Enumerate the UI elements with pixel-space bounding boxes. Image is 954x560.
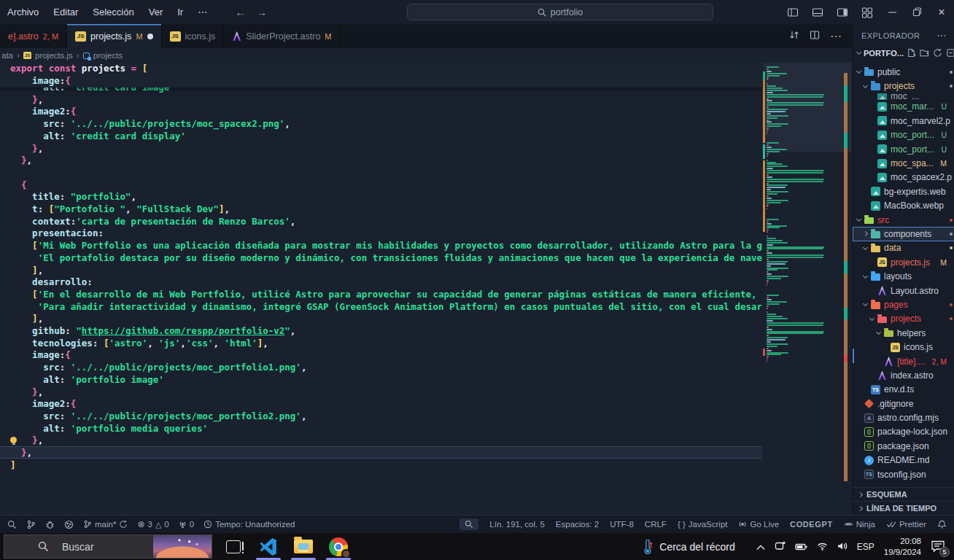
taskbar-chrome[interactable] — [321, 533, 356, 560]
code-line-8[interactable] — [10, 167, 762, 179]
close-button[interactable]: × — [929, 0, 954, 24]
code-line-7[interactable]: }, — [10, 155, 762, 167]
minimize-button[interactable] — [880, 0, 904, 24]
status-source-control-icon[interactable] — [26, 520, 36, 529]
code-line-15[interactable]: 'El portafolio destaca por su diseño mod… — [10, 252, 762, 265]
code-line-16[interactable]: ], — [10, 265, 762, 277]
tab-SliderProject.astro[interactable]: SliderProject.astroM — [224, 24, 340, 48]
screen-clip-icon[interactable] — [775, 540, 786, 553]
code-line-23[interactable]: image:{ — [10, 349, 762, 362]
breadcrumb-item[interactable]: projects — [93, 51, 123, 60]
tab-projects.js[interactable]: JSprojects.jsM — [67, 24, 161, 48]
tab-e.astro[interactable]: e].astro2, M — [0, 24, 67, 48]
customize-layout-icon[interactable] — [855, 0, 880, 24]
explorer-item-public[interactable]: public — [853, 65, 954, 79]
tab-icons.js[interactable]: JSicons.js — [162, 24, 225, 48]
unsaved-dot[interactable] — [147, 34, 153, 39]
status-extensions-icon[interactable] — [64, 520, 74, 529]
encoding[interactable]: UTF-8 — [610, 520, 634, 529]
taskbar-file-explorer[interactable] — [286, 533, 321, 560]
explorer-item-package.json[interactable]: {}package.json — [853, 439, 954, 453]
volume-icon[interactable] — [837, 540, 848, 553]
explorer-item-components[interactable]: components — [853, 227, 954, 241]
menu-archivo[interactable]: Archivo — [0, 0, 46, 24]
explorer-item-src[interactable]: src — [853, 213, 954, 227]
sticky-line-1[interactable]: export const projects = [ — [10, 63, 762, 75]
weather-widget[interactable]: Cerca del récord — [643, 540, 735, 554]
section-esquema[interactable]: ESQUEMA — [853, 487, 954, 501]
code-editor[interactable]: alt: 'credit card image' }, image2:{ src… — [0, 63, 852, 515]
collapse-folders-icon[interactable] — [946, 48, 954, 58]
explorer-item-icons.js[interactable]: JSicons.js — [853, 340, 954, 354]
explorer-item-moc_port...[interactable]: moc_port...U — [853, 142, 954, 156]
status-search-button[interactable] — [459, 518, 478, 530]
clock-widget[interactable]: 20:08 19/9/2024 — [884, 536, 921, 558]
code-line-13[interactable]: presentacion: — [10, 228, 762, 240]
explorer-item-moc_marvel2.p[interactable]: moc_marvel2.p — [853, 114, 954, 128]
task-view-button[interactable] — [216, 533, 251, 560]
code-line-22[interactable]: tecnologies: ['astro', 'js','css', 'html… — [10, 338, 762, 350]
ports-indicator[interactable]: 0 — [179, 520, 194, 529]
code-line-5[interactable]: alt: 'credit card display' — [10, 131, 762, 143]
status-debug-icon[interactable] — [45, 520, 55, 529]
code-line-26[interactable]: }, — [10, 386, 762, 399]
explorer-item-astro.config.mjs[interactable]: Aastro.config.mjs — [853, 411, 954, 424]
lightbulb-icon[interactable] — [9, 437, 18, 445]
code-line-6[interactable]: }, — [10, 143, 762, 155]
code-line-12[interactable]: context:'carta de presentación de Renzo … — [10, 216, 762, 228]
section-l-nea-de-tiempo[interactable]: LÍNEA DE TIEMPO — [853, 501, 954, 515]
explorer-item-data[interactable]: data — [853, 241, 954, 255]
explorer-item-README.md[interactable]: iREADME.md — [853, 454, 954, 467]
taskbar-vscode[interactable] — [251, 533, 286, 560]
eol-sequence[interactable]: CRLF — [645, 520, 667, 529]
code-line-3[interactable]: image2:{ — [10, 106, 762, 118]
explorer-item-projects[interactable]: projects — [853, 79, 954, 93]
notifications-bell-icon[interactable] — [937, 520, 947, 529]
breadcrumb[interactable]: ata›JSprojects.js›projects — [0, 48, 852, 63]
code-line-21[interactable]: github: "https://github.com/respp/portfo… — [10, 325, 762, 338]
menu-ir[interactable]: Ir — [170, 0, 190, 24]
explorer-item-pages[interactable]: pages — [853, 298, 954, 311]
codegpt-button[interactable]: CODEGPT — [790, 520, 833, 529]
code-line-25[interactable]: alt: 'portfolio image' — [10, 374, 762, 386]
code-line-30[interactable]: }, — [10, 435, 762, 447]
toggle-panel-icon[interactable] — [805, 0, 830, 24]
nav-forward-icon[interactable]: → — [256, 6, 267, 18]
code-line-32[interactable]: ] — [10, 459, 762, 472]
keyboard-language[interactable]: ESP — [857, 542, 874, 552]
menu-[interactable]: ⋯ — [190, 0, 214, 24]
code-line-4[interactable]: src: '../../public/projects/moc_spacex2.… — [10, 118, 762, 131]
new-file-icon[interactable] — [907, 48, 916, 58]
code-line-19[interactable]: 'Para añadir interactividad y dinamismo,… — [10, 301, 762, 314]
notification-center-icon[interactable]: 5 — [931, 540, 947, 554]
wifi-icon[interactable] — [817, 540, 828, 553]
tempo-indicator[interactable]: Tempo: Unauthorized — [203, 520, 295, 529]
language-mode[interactable]: { }JavaScript — [678, 520, 728, 529]
explorer-item-.gitignore[interactable]: .gitignore — [853, 397, 954, 411]
sticky-line-2[interactable]: image:{ — [10, 75, 762, 88]
menu-ver[interactable]: Ver — [141, 0, 171, 24]
code-line-28[interactable]: src: '../../public/projects/moc_portfoli… — [10, 411, 762, 423]
compare-changes-icon[interactable] — [789, 30, 799, 43]
explorer-item-projects[interactable]: projects — [853, 312, 954, 326]
restore-button[interactable] — [904, 0, 929, 24]
ninja-button[interactable]: Ninja — [844, 520, 875, 529]
command-search-box[interactable]: portfolio — [407, 4, 713, 20]
explorer-more-icon[interactable]: ⋯ — [937, 30, 947, 41]
status-search-icon[interactable] — [7, 520, 17, 529]
explorer-item-projects.js[interactable]: JSprojects.jsM — [853, 255, 954, 269]
go-live-button[interactable]: Go Live — [738, 520, 779, 529]
explorer-item-env.d.ts[interactable]: TSenv.d.ts — [853, 383, 954, 397]
menu-editar[interactable]: Editar — [46, 0, 85, 24]
indentation[interactable]: Espacios: 2 — [556, 520, 599, 529]
explorer-item-tsconfig.json[interactable]: TStsconfig.json — [853, 467, 954, 481]
windows-search-box[interactable]: Buscar — [4, 534, 212, 559]
explorer-item-helpers[interactable]: helpers — [853, 326, 954, 340]
code-line-31[interactable]: }, — [10, 447, 762, 459]
toggle-sidebar-left-icon[interactable] — [780, 0, 805, 24]
explorer-item-moc_spa...[interactable]: moc_spa...M — [853, 156, 954, 170]
refresh-icon[interactable] — [933, 48, 942, 58]
explorer-item-MacBook.webp[interactable]: MacBook.webp — [853, 199, 954, 213]
editor-more-actions-icon[interactable]: ⋯ — [830, 29, 842, 43]
prettier-button[interactable]: Prettier — [886, 520, 926, 529]
